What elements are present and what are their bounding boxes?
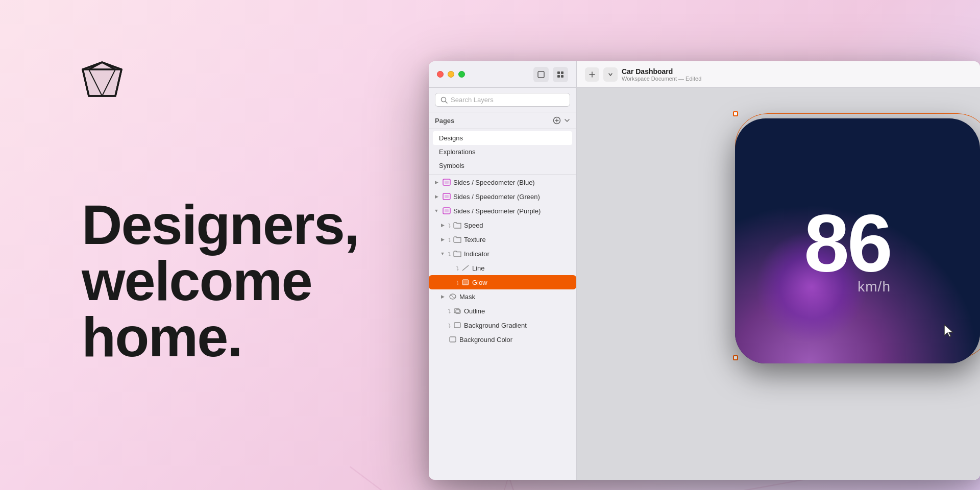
svg-marker-38 [944, 325, 953, 337]
layers-list: ▶ Sides / Speedometer (Blue) ▶ Sides / S… [429, 175, 576, 480]
chevron-icon: ▼ [433, 208, 440, 213]
layer-name: Background Gradient [464, 322, 572, 329]
svg-rect-17 [561, 75, 564, 78]
line-icon [461, 263, 470, 273]
layer-name: Background Color [459, 336, 572, 344]
layer-mask[interactable]: ▶ Mask [429, 289, 576, 304]
layer-indicator[interactable]: ▼ ⤵ Indicator [429, 247, 576, 261]
chevron-icon: ▶ [439, 223, 446, 228]
speed-display: 86 km/h [804, 187, 911, 295]
mask-symbol-icon: ⤵ [456, 280, 459, 285]
layer-name: Glow [472, 279, 572, 286]
pages-list: Designs Explorations Symbols [429, 129, 576, 175]
layer-name: Sides / Speedometer (Purple) [453, 207, 572, 215]
pages-header: Pages [429, 112, 576, 129]
layer-glow[interactable]: ▶ ⤵ Glow [429, 275, 576, 289]
canvas-title: Car Dashboard [622, 67, 701, 76]
layer-name: Indicator [464, 250, 572, 258]
folder-icon [453, 220, 462, 230]
app-window: Pages Designs Explorations [429, 61, 980, 480]
page-item-designs[interactable]: Designs [433, 131, 572, 145]
sketch-logo [82, 61, 122, 100]
add-artboard-button[interactable] [585, 67, 599, 82]
speed-number: 86 [804, 202, 891, 284]
layer-name: Texture [464, 236, 572, 243]
canvas-subtitle: Workspace Document — Edited [622, 76, 701, 82]
page-item-symbols[interactable]: Symbols [433, 159, 572, 173]
pages-label: Pages [435, 117, 553, 125]
left-content: Designers, welcome home. [0, 0, 429, 490]
layer-texture[interactable]: ▶ ⤵ Texture [429, 232, 576, 247]
svg-rect-32 [454, 309, 459, 313]
search-input-wrap [435, 93, 570, 107]
search-icon [440, 96, 448, 104]
combined-icon [453, 306, 462, 315]
rect-icon [448, 335, 457, 344]
minimize-button[interactable] [448, 71, 454, 78]
hero-text: Designers, welcome home. [82, 197, 429, 365]
search-bar [429, 88, 576, 112]
svg-rect-28 [445, 209, 449, 212]
chevron-icon: ▶ [439, 237, 446, 242]
svg-rect-14 [557, 71, 560, 74]
layer-outline[interactable]: ▶ ⤵ Outline [429, 304, 576, 318]
mask-symbol-icon: ⤵ [456, 265, 459, 271]
svg-rect-13 [538, 71, 544, 78]
rect-icon [453, 321, 462, 330]
layer-sides-green[interactable]: ▶ Sides / Speedometer (Green) [429, 189, 576, 204]
selection-handle-tl[interactable] [733, 111, 738, 116]
hero-line1: Designers, [82, 197, 429, 253]
close-button[interactable] [437, 71, 444, 78]
shape-icon [461, 278, 470, 287]
viewport-icon[interactable] [533, 67, 549, 82]
layer-sides-blue[interactable]: ▶ Sides / Speedometer (Blue) [429, 175, 576, 189]
add-page-button[interactable] [553, 116, 561, 125]
layer-name: Mask [459, 293, 572, 301]
svg-rect-30 [462, 280, 469, 285]
layer-name: Outline [464, 307, 572, 315]
layer-name: Sides / Speedometer (Blue) [453, 179, 572, 186]
svg-rect-35 [450, 337, 456, 342]
svg-rect-15 [561, 71, 564, 74]
chevron-icon: ▶ [439, 294, 446, 299]
breadcrumb: Car Dashboard Workspace Document — Edite… [622, 67, 701, 82]
svg-rect-34 [454, 323, 460, 328]
layer-name: Sides / Speedometer (Green) [453, 193, 572, 201]
layer-name: Speed [464, 222, 572, 229]
cursor-icon [942, 324, 954, 338]
mask-icon [448, 292, 457, 301]
layer-name: Line [472, 264, 572, 272]
symbol-icon [442, 192, 451, 201]
chevron-icon: ▶ [433, 194, 440, 199]
layer-background-color[interactable]: ▶ Background Color [429, 332, 576, 347]
folder-icon [453, 249, 462, 258]
layers-panel: Pages Designs Explorations [429, 61, 577, 480]
dropdown-button[interactable] [603, 67, 618, 82]
symbol-icon [442, 178, 451, 187]
svg-line-19 [446, 101, 448, 103]
chevron-icon: ▶ [433, 180, 440, 185]
hero-line3: home. [82, 309, 429, 365]
dashboard-widget: 86 km/h [730, 103, 980, 369]
maximize-button[interactable] [458, 71, 465, 78]
svg-rect-16 [557, 75, 560, 78]
layer-line[interactable]: ▶ ⤵ Line [429, 261, 576, 275]
svg-rect-24 [445, 181, 449, 184]
layer-sides-purple[interactable]: ▼ Sides / Speedometer (Purple) [429, 204, 576, 218]
titlebar [429, 61, 576, 88]
mask-symbol-icon: ⤵ [448, 223, 451, 228]
symbol-icon [442, 206, 451, 215]
mask-symbol-icon: ⤵ [448, 251, 451, 257]
grid-view-icon[interactable] [553, 67, 568, 82]
svg-line-29 [462, 265, 469, 271]
layer-background-gradient[interactable]: ▶ ⤵ Background Gradient [429, 318, 576, 332]
mask-symbol-icon: ⤵ [448, 308, 451, 314]
page-item-explorations[interactable]: Explorations [433, 145, 572, 159]
mask-symbol-icon: ⤵ [448, 237, 451, 242]
chevron-icon: ▼ [439, 251, 446, 256]
layer-speed[interactable]: ▶ ⤵ Speed [429, 218, 576, 232]
canvas-content[interactable]: 86 km/h [577, 88, 980, 480]
search-input[interactable] [451, 96, 565, 104]
expand-pages-button[interactable] [564, 117, 570, 124]
folder-icon [453, 235, 462, 244]
